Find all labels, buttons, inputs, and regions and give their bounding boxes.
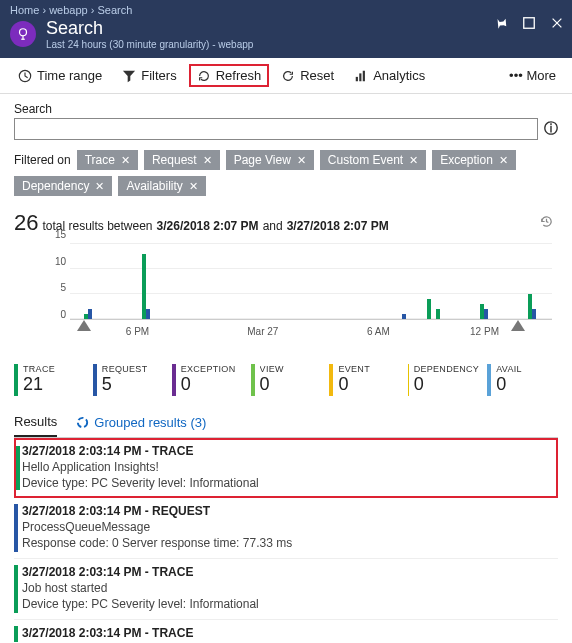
analytics-label: Analytics: [373, 68, 425, 83]
tab-grouped-results[interactable]: Grouped results (3): [75, 409, 206, 436]
result-item[interactable]: 3/27/2018 2:03:14 PM - REQUESTProcessQue…: [14, 498, 558, 559]
stat-value: 0: [338, 374, 370, 395]
stat-exception[interactable]: EXCEPTION0: [172, 364, 243, 396]
stat-label: TRACE: [23, 364, 55, 374]
chip-remove-icon[interactable]: ✕: [95, 180, 104, 193]
time-range-button[interactable]: Time range: [10, 64, 110, 87]
y-tick: 15: [55, 229, 66, 240]
svg-rect-7: [356, 76, 358, 80]
more-button[interactable]: ••• More: [503, 64, 562, 87]
result-color-bar: [14, 565, 18, 613]
stat-dependency[interactable]: DEPENDENCY0: [408, 364, 479, 396]
filter-chip[interactable]: Request✕: [144, 150, 220, 170]
timeline-chart[interactable]: 051015 6 PMMar 276 AM12 PM: [14, 240, 558, 340]
stat-color-bar: [93, 364, 97, 396]
filter-chip[interactable]: Custom Event✕: [320, 150, 426, 170]
filter-chip[interactable]: Page View✕: [226, 150, 314, 170]
chip-remove-icon[interactable]: ✕: [409, 154, 418, 167]
result-meta: Response code: 0 Server response time: 7…: [22, 536, 550, 550]
close-icon[interactable]: [550, 16, 564, 34]
stat-value: 5: [102, 374, 148, 395]
filters-button[interactable]: Filters: [114, 64, 184, 87]
stat-color-bar: [172, 364, 176, 396]
result-header: 3/27/2018 2:03:14 PM - TRACE: [22, 444, 550, 458]
stat-avail[interactable]: AVAIL0: [487, 364, 558, 396]
stat-color-bar: [251, 364, 255, 396]
summary-and: and: [263, 219, 283, 233]
chart-bar-trace[interactable]: [427, 299, 431, 319]
results-count: 26: [14, 210, 38, 236]
result-header: 3/27/2018 2:03:14 PM - TRACE: [22, 565, 550, 579]
stat-value: 0: [181, 374, 236, 395]
results-summary: 26 total results between 3/26/2018 2:07 …: [14, 210, 558, 236]
chip-remove-icon[interactable]: ✕: [121, 154, 130, 167]
refresh-button[interactable]: Refresh: [189, 64, 270, 87]
result-header: 3/27/2018 2:03:14 PM - TRACE: [22, 626, 550, 640]
chip-label: Dependency: [22, 179, 89, 193]
result-item[interactable]: 3/27/2018 2:03:14 PM - TRACE: [14, 620, 558, 643]
stat-color-bar: [487, 364, 491, 396]
stat-label: REQUEST: [102, 364, 148, 374]
y-tick: 0: [60, 309, 66, 320]
result-message: ProcessQueueMessage: [22, 520, 550, 534]
filter-row: Filtered on Trace✕Request✕Page View✕Cust…: [14, 150, 558, 196]
chart-bar-trace[interactable]: [436, 309, 440, 319]
stat-color-bar: [14, 364, 18, 396]
breadcrumb-home[interactable]: Home: [10, 4, 39, 16]
search-input[interactable]: [14, 118, 538, 140]
chip-remove-icon[interactable]: ✕: [189, 180, 198, 193]
svg-rect-3: [524, 18, 535, 29]
filters-label: Filters: [141, 68, 176, 83]
breadcrumb-sep: ›: [42, 4, 46, 16]
chip-label: Request: [152, 153, 197, 167]
chip-label: Page View: [234, 153, 291, 167]
results-tabs: Results Grouped results (3): [14, 408, 558, 438]
result-message: Job host started: [22, 581, 550, 595]
x-tick: 12 PM: [470, 326, 499, 337]
result-item[interactable]: 3/27/2018 2:03:14 PM - TRACEHello Applic…: [14, 438, 558, 498]
maximize-icon[interactable]: [522, 16, 536, 34]
info-icon[interactable]: ⓘ: [544, 120, 558, 138]
filter-chip[interactable]: Dependency✕: [14, 176, 112, 196]
analytics-button[interactable]: Analytics: [346, 64, 433, 87]
svg-rect-8: [359, 73, 361, 81]
chart-bar-request[interactable]: [532, 309, 536, 319]
search-label: Search: [14, 102, 558, 116]
stat-request[interactable]: REQUEST5: [93, 364, 164, 396]
stat-label: DEPENDENCY: [414, 364, 480, 374]
breadcrumb: Home › webapp › Search: [10, 4, 562, 16]
stat-view[interactable]: VIEW0: [251, 364, 322, 396]
filter-chip[interactable]: Availability✕: [118, 176, 205, 196]
chip-remove-icon[interactable]: ✕: [203, 154, 212, 167]
chart-bar-request[interactable]: [146, 309, 150, 319]
chart-bar-request[interactable]: [402, 314, 406, 319]
result-item[interactable]: 3/27/2018 2:03:14 PM - TRACEJob host sta…: [14, 559, 558, 620]
result-meta: Device type: PC Severity level: Informat…: [22, 476, 550, 490]
filter-chip[interactable]: Exception✕: [432, 150, 516, 170]
chip-remove-icon[interactable]: ✕: [499, 154, 508, 167]
stat-event[interactable]: EVENT0: [329, 364, 400, 396]
stat-row: TRACE21REQUEST5EXCEPTION0VIEW0EVENT0DEPE…: [14, 364, 558, 402]
chip-remove-icon[interactable]: ✕: [297, 154, 306, 167]
toolbar: Time range Filters Refresh Reset Analyti…: [0, 58, 572, 94]
filtered-on-label: Filtered on: [14, 153, 71, 167]
breadcrumb-sep: ›: [91, 4, 95, 16]
pin-icon[interactable]: [494, 16, 508, 34]
chart-bar-request[interactable]: [88, 309, 92, 319]
app-insights-icon: [10, 21, 36, 47]
chip-label: Trace: [85, 153, 115, 167]
reset-button[interactable]: Reset: [273, 64, 342, 87]
chart-bar-request[interactable]: [484, 309, 488, 319]
result-meta: Device type: PC Severity level: Informat…: [22, 597, 550, 611]
y-tick: 10: [55, 256, 66, 267]
breadcrumb-app[interactable]: webapp: [49, 4, 88, 16]
history-icon[interactable]: [539, 214, 554, 232]
reset-label: Reset: [300, 68, 334, 83]
chip-label: Exception: [440, 153, 493, 167]
time-range-label: Time range: [37, 68, 102, 83]
tab-results[interactable]: Results: [14, 408, 57, 437]
stat-color-bar: [329, 364, 333, 396]
stat-trace[interactable]: TRACE21: [14, 364, 85, 396]
filter-chip[interactable]: Trace✕: [77, 150, 138, 170]
result-color-bar: [14, 626, 18, 642]
